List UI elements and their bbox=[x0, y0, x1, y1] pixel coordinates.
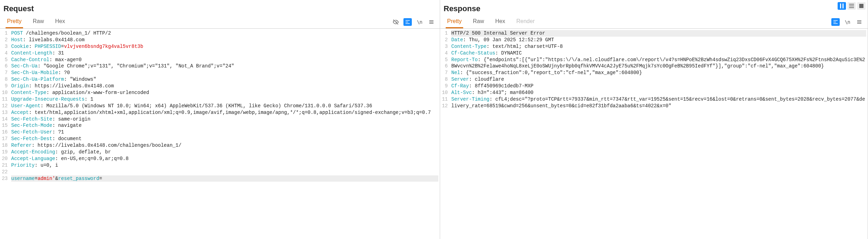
svg-rect-3 bbox=[429, 20, 433, 21]
request-gutter: 1 2 3 4 5 6 7 8 9 10 11 12 13 14 15 16 1… bbox=[0, 29, 10, 239]
code-line[interactable]: Cookie: PHPSESSID=vlvjven6bsndg7kg4val5v… bbox=[11, 43, 438, 50]
request-code[interactable]: POST /challenges/boolean_1/ HTTP/2Host: … bbox=[10, 29, 440, 239]
svg-rect-6 bbox=[840, 3, 841, 8]
code-line[interactable] bbox=[11, 169, 438, 175]
svg-rect-13 bbox=[833, 22, 836, 22]
svg-rect-5 bbox=[429, 23, 433, 24]
request-editor[interactable]: 1 2 3 4 5 6 7 8 9 10 11 12 13 14 15 16 1… bbox=[0, 29, 440, 239]
code-line[interactable]: Cf-Ray: 8ff450969c1dedb7-MXP bbox=[451, 83, 866, 89]
svg-rect-0 bbox=[406, 20, 410, 21]
svg-rect-10 bbox=[849, 7, 854, 8]
response-editor[interactable]: 1 2 3 4 5 6 7 8 9 10 11 12 HTTP/2 500 In… bbox=[440, 29, 868, 239]
response-top-controls bbox=[838, 2, 866, 10]
format-icon[interactable] bbox=[403, 18, 412, 26]
svg-rect-16 bbox=[857, 22, 861, 22]
tab-hex[interactable]: Hex bbox=[54, 15, 66, 28]
code-line[interactable]: Cache-Control: max-age=0 bbox=[11, 57, 438, 63]
code-line[interactable]: Content-Type: application/x-www-form-url… bbox=[11, 89, 438, 96]
response-code[interactable]: HTTP/2 500 Internal Server ErrorDate: Th… bbox=[450, 29, 868, 239]
view-stop-icon[interactable] bbox=[857, 2, 866, 10]
svg-rect-17 bbox=[857, 23, 861, 24]
code-line[interactable]: Server: cloudflare bbox=[451, 76, 866, 83]
code-line[interactable]: Sec-Ch-Ua: "Google Chrome";v="131", "Chr… bbox=[11, 63, 438, 70]
code-line[interactable]: Report-To: {"endpoints":[{"url":"https:\… bbox=[451, 57, 866, 70]
code-line[interactable]: Origin: https://livelabs.0x4148.com bbox=[11, 83, 438, 89]
svg-rect-1 bbox=[406, 22, 408, 22]
tab-raw[interactable]: Raw bbox=[472, 15, 486, 28]
code-line[interactable]: HTTP/2 500 Internal Server Error bbox=[451, 30, 866, 37]
code-line[interactable]: Accept-Language: en-US,en;q=0.9,ar;q=0.8 bbox=[11, 155, 438, 162]
svg-rect-14 bbox=[833, 23, 838, 24]
svg-rect-12 bbox=[833, 20, 838, 21]
request-tabbar: Pretty Raw Hex \n bbox=[0, 15, 440, 29]
tab-pretty[interactable]: Pretty bbox=[446, 15, 463, 28]
response-title: Response bbox=[440, 0, 868, 15]
svg-rect-8 bbox=[849, 4, 854, 5]
format-icon[interactable] bbox=[831, 18, 840, 26]
code-line[interactable] bbox=[451, 116, 866, 123]
code-line[interactable]: Sec-Fetch-Site: same-origin bbox=[11, 116, 438, 123]
request-title: Request bbox=[0, 0, 440, 15]
view-lines-icon[interactable] bbox=[847, 2, 856, 10]
code-line[interactable]: Date: Thu, 09 Jan 2025 12:52:29 GMT bbox=[451, 37, 866, 43]
tab-hex[interactable]: Hex bbox=[494, 15, 506, 28]
code-line[interactable]: Sec-Ch-Ua-Platform: "Windows" bbox=[11, 76, 438, 83]
response-tabbar: Pretty Raw Hex Render \n bbox=[440, 15, 868, 29]
eye-off-icon[interactable] bbox=[392, 18, 400, 26]
newline-icon[interactable]: \n bbox=[415, 18, 424, 26]
code-line[interactable]: Cf-Cache-Status: DYNAMIC bbox=[451, 50, 866, 57]
tab-render[interactable]: Render bbox=[515, 15, 536, 28]
code-line[interactable]: username=admin'&reset_password= bbox=[11, 175, 438, 182]
code-line[interactable]: Sec-Fetch-Dest: document bbox=[11, 136, 438, 142]
response-panel: Response Pretty Raw Hex Render \n 1 2 3 … bbox=[440, 0, 868, 239]
code-line[interactable]: Sec-Fetch-User: ?1 bbox=[11, 129, 438, 136]
svg-rect-15 bbox=[857, 20, 861, 21]
newline-icon[interactable]: \n bbox=[843, 18, 852, 26]
code-line[interactable]: Sec-Fetch-Mode: navigate bbox=[11, 122, 438, 129]
code-line[interactable]: Content-Length: 31 bbox=[11, 50, 438, 57]
svg-rect-7 bbox=[843, 3, 844, 8]
request-panel: Request Pretty Raw Hex \n 1 2 3 4 5 6 7 … bbox=[0, 0, 440, 239]
code-line[interactable]: Host: livelabs.0x4148.com bbox=[11, 37, 438, 43]
code-line[interactable]: POST /challenges/boolean_1/ HTTP/2 bbox=[11, 30, 438, 37]
code-line[interactable]: Priority: u=0, i bbox=[11, 162, 438, 169]
code-line[interactable]: Referer: https://livelabs.0x4148.com/cha… bbox=[11, 142, 438, 149]
code-line[interactable]: Upgrade-Insecure-Requests: 1 bbox=[11, 96, 438, 103]
code-line[interactable]: Accept: text/html,application/xhtml+xml,… bbox=[11, 109, 438, 116]
tab-raw[interactable]: Raw bbox=[31, 15, 45, 28]
response-gutter: 1 2 3 4 5 6 7 8 9 10 11 12 bbox=[440, 29, 450, 239]
code-line[interactable]: Server-Timing: cfL4;desc="?proto=TCP&rtt… bbox=[451, 96, 866, 109]
code-line[interactable]: Nel: {"success_fraction":0,"report_to":"… bbox=[451, 70, 866, 76]
code-line[interactable]: Alt-Svc: h3=":443"; ma=86400 bbox=[451, 89, 866, 96]
hamburger-icon[interactable] bbox=[427, 18, 436, 26]
svg-rect-9 bbox=[849, 6, 854, 6]
code-line[interactable]: User-Agent: Mozilla/5.0 (Windows NT 10.0… bbox=[11, 103, 438, 109]
svg-rect-2 bbox=[406, 23, 410, 24]
svg-rect-4 bbox=[429, 22, 433, 22]
code-line[interactable] bbox=[451, 109, 866, 116]
pause-icon[interactable] bbox=[838, 2, 846, 10]
code-line[interactable]: Content-Type: text/html; charset=UTF-8 bbox=[451, 43, 866, 50]
code-line[interactable]: Accept-Encoding: gzip, deflate, br bbox=[11, 149, 438, 155]
hamburger-icon[interactable] bbox=[855, 18, 863, 26]
tab-pretty[interactable]: Pretty bbox=[6, 15, 23, 28]
code-line[interactable]: Sec-Ch-Ua-Mobile: ?0 bbox=[11, 70, 438, 76]
svg-rect-11 bbox=[859, 4, 863, 8]
